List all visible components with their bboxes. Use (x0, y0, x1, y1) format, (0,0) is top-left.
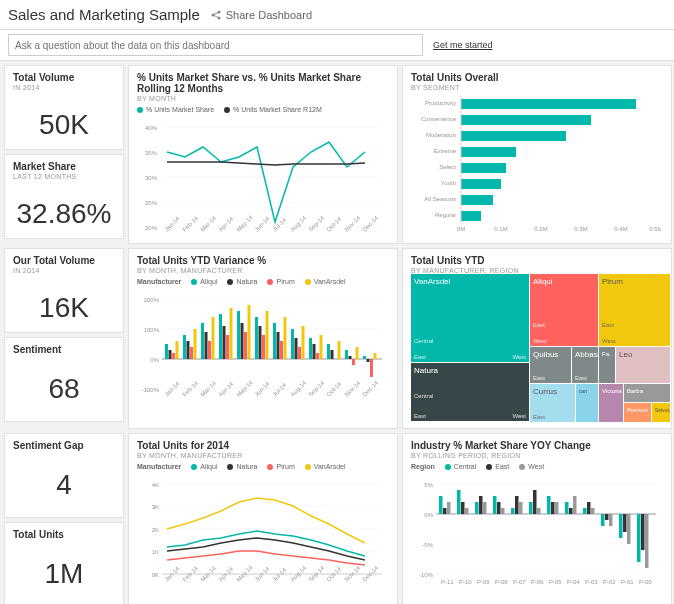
svg-rect-151 (465, 508, 469, 514)
svg-rect-148 (447, 502, 451, 514)
svg-rect-62 (190, 347, 193, 359)
legend-item: Pirum (276, 278, 294, 285)
svg-rect-173 (601, 514, 605, 526)
tile-subtitle: BY MONTH, MANUFACTURER (137, 452, 389, 459)
svg-text:0K: 0K (152, 572, 159, 578)
qa-input[interactable] (8, 34, 423, 56)
tm-region: West (533, 338, 547, 344)
tile-total-units-overall[interactable]: Total Units Overall BY SEGMENT Productiv… (402, 65, 672, 244)
tile-title: Total Units (13, 529, 115, 540)
tm-region: East (414, 354, 426, 360)
svg-rect-92 (327, 344, 330, 359)
chart-legend: % Units Market Share % Units Market Shar… (137, 106, 389, 113)
svg-rect-170 (583, 508, 587, 514)
svg-text:0.1M: 0.1M (494, 226, 507, 232)
svg-rect-178 (627, 514, 631, 544)
legend-item: Natura (236, 278, 257, 285)
svg-rect-99 (356, 347, 359, 359)
svg-text:Productivity: Productivity (425, 100, 456, 106)
treemap-chart: VanArsdel East West Central Natura Centr… (411, 274, 663, 422)
svg-rect-71 (230, 308, 233, 359)
svg-rect-86 (298, 347, 301, 359)
legend-label: Region (411, 463, 435, 470)
share-icon (210, 9, 222, 21)
svg-text:-5%: -5% (422, 542, 433, 548)
tm-region: East (602, 322, 614, 328)
tile-units-2014[interactable]: Total Units for 2014 BY MONTH, MANUFACTU… (128, 433, 398, 604)
kpi-total-units[interactable]: Total Units 1M (4, 522, 124, 604)
kpi-total-volume[interactable]: Total Volume IN 2014 50K (4, 65, 124, 150)
hbar-chart: Productivity Convenience Moderation Extr… (411, 91, 661, 236)
legend-item: Central (454, 463, 477, 470)
share-button[interactable]: Share Dashboard (210, 9, 312, 21)
svg-rect-26 (461, 99, 636, 109)
svg-rect-75 (248, 305, 251, 359)
tile-title: Total Units YTD Variance % (137, 255, 389, 266)
svg-rect-76 (255, 317, 258, 359)
svg-rect-174 (605, 514, 609, 520)
svg-rect-149 (457, 490, 461, 514)
tile-title: Sentiment (13, 344, 115, 355)
svg-text:25%: 25% (145, 200, 158, 206)
kpi-sentiment[interactable]: Sentiment 68 (4, 337, 124, 422)
kpi-sentiment-gap[interactable]: Sentiment Gap 4 (4, 433, 124, 518)
kpi-our-total-volume[interactable]: Our Total Volume IN 2014 16K (4, 248, 124, 333)
svg-rect-72 (237, 311, 240, 359)
svg-text:Nov-14: Nov-14 (343, 379, 361, 397)
svg-text:0.3M: 0.3M (574, 226, 587, 232)
svg-rect-163 (537, 508, 541, 514)
kpi-value: 1M (13, 540, 115, 602)
svg-rect-176 (619, 514, 623, 538)
svg-rect-160 (519, 502, 523, 514)
svg-rect-164 (547, 496, 551, 514)
svg-text:Mar-14: Mar-14 (199, 215, 217, 233)
legend-item: West (528, 463, 544, 470)
tile-yoy[interactable]: Industry % Market Share YOY Change BY RO… (402, 433, 672, 604)
svg-text:Jul-14: Jul-14 (271, 566, 287, 582)
tm-label: Pomum (627, 407, 648, 413)
share-label: Share Dashboard (226, 9, 312, 21)
svg-rect-36 (461, 179, 501, 189)
svg-rect-88 (309, 338, 312, 359)
legend-label: Manufacturer (137, 463, 181, 470)
dashboard-title: Sales and Marketing Sample (8, 6, 200, 23)
svg-text:Apr-14: Apr-14 (217, 215, 234, 232)
svg-text:Jun-14: Jun-14 (253, 215, 271, 233)
kpi-market-share[interactable]: Market Share LAST 12 MONTHS 32.86% (4, 154, 124, 239)
svg-text:-100%: -100% (142, 387, 160, 393)
svg-rect-74 (244, 332, 247, 359)
svg-rect-103 (374, 353, 377, 359)
tm-region: East (533, 322, 545, 328)
svg-text:4K: 4K (152, 482, 159, 488)
svg-text:P-02: P-02 (603, 579, 616, 585)
tile-title: % Units Market Share vs. % Units Market … (137, 72, 389, 94)
tile-treemap[interactable]: Total Units YTD BY MANUFACTURER, REGION … (402, 248, 672, 429)
tile-title: Total Units YTD (411, 255, 663, 266)
tile-subtitle: IN 2014 (13, 84, 115, 91)
svg-text:Feb-14: Feb-14 (181, 380, 199, 398)
chart-legend: Manufacturer Aliqui Natura Pirum VanArsd… (137, 463, 389, 470)
svg-rect-69 (223, 326, 226, 359)
svg-rect-97 (349, 356, 352, 359)
tm-region: East (414, 413, 426, 419)
svg-text:P-06: P-06 (531, 579, 544, 585)
svg-rect-157 (501, 508, 505, 514)
svg-text:All Seasons: All Seasons (424, 196, 456, 202)
svg-rect-91 (320, 335, 323, 359)
tm-label: Victoria (602, 388, 622, 394)
tile-variance[interactable]: Total Units YTD Variance % BY MONTH, MAN… (128, 248, 398, 429)
svg-rect-167 (565, 502, 569, 514)
svg-rect-73 (241, 323, 244, 359)
svg-text:200%: 200% (144, 297, 160, 303)
svg-text:3K: 3K (152, 504, 159, 510)
svg-rect-169 (573, 496, 577, 514)
chart-legend: Manufacturer Aliqui Natura Pirum VanArsd… (137, 278, 389, 285)
tm-region: West (512, 413, 526, 419)
svg-text:Convenience: Convenience (421, 116, 457, 122)
tile-market-share-line[interactable]: % Units Market Share vs. % Units Market … (128, 65, 398, 244)
svg-text:Aug-14: Aug-14 (289, 214, 307, 232)
get-started-link[interactable]: Get me started (433, 40, 493, 50)
svg-rect-67 (212, 317, 215, 359)
svg-rect-56 (165, 344, 168, 359)
svg-text:Nov-14: Nov-14 (343, 214, 361, 232)
